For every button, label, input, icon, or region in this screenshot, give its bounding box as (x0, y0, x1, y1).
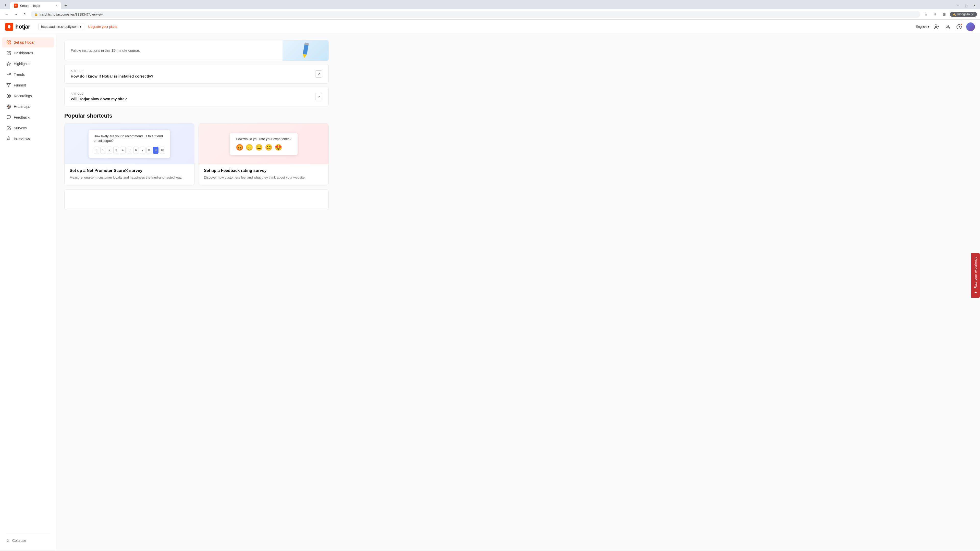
sidebar-item-dashboards[interactable]: Dashboards (2, 48, 54, 58)
nps-8[interactable]: 8 (146, 147, 152, 154)
forward-button[interactable]: → (12, 11, 19, 18)
trends-icon (6, 72, 11, 77)
nps-shortcut-card[interactable]: How likely are you to recommend us to a … (64, 123, 194, 186)
sidebar-label-interviews: Interviews (14, 137, 30, 141)
window-maximize[interactable]: □ (963, 2, 970, 9)
nps-5[interactable]: 5 (127, 147, 132, 154)
top-intro-card: Follow instructions in this 15-minute co… (64, 40, 329, 61)
browser-tab-bar: ⋮ H Setup - Hotjar × + − □ × (0, 0, 980, 9)
rate-experience-tab[interactable]: ❤ Rate your experience (971, 253, 980, 298)
site-dropdown-icon: ▾ (80, 25, 81, 29)
nps-2[interactable]: 2 (107, 147, 113, 154)
main-layout: Set up Hotjar Dashboards Highlights (0, 34, 980, 550)
incognito-label: Incognito (2) (957, 13, 974, 16)
nps-10[interactable]: 10 (159, 147, 165, 154)
emoji-happy[interactable]: 😊 (265, 144, 272, 151)
sidebar-item-recordings[interactable]: Recordings (2, 91, 54, 101)
logo-icon (5, 23, 13, 31)
emoji-neutral[interactable]: 😐 (255, 144, 263, 151)
svg-rect-6 (7, 41, 8, 42)
refresh-button[interactable]: ↻ (21, 11, 29, 18)
nps-6[interactable]: 6 (133, 147, 139, 154)
language-selector[interactable]: English ▾ (916, 25, 929, 29)
download-button[interactable]: ⬇ (932, 11, 939, 18)
sidebar-label-surveys: Surveys (14, 126, 27, 130)
article-1-label: Article (71, 69, 153, 73)
sidebar-label-setup: Set up Hotjar (14, 40, 35, 44)
recordings-icon (6, 94, 11, 98)
new-tab-button[interactable]: + (62, 2, 69, 9)
browser-tab-active[interactable]: H Setup - Hotjar × (10, 2, 61, 9)
funnels-icon (6, 83, 11, 88)
sidebar-label-feedback: Feedback (14, 115, 29, 119)
sidebar-label-dashboards: Dashboards (14, 51, 33, 55)
emoji-scale: 😡 😞 😐 😊 😍 (236, 144, 291, 151)
sidebar-bottom: Collapse (0, 530, 56, 547)
help-button[interactable] (955, 23, 963, 31)
nps-0[interactable]: 0 (94, 147, 99, 154)
feedback-preview: How would you rate your experience? 😡 😞 … (199, 124, 328, 164)
collapse-button[interactable]: Collapse (2, 536, 54, 545)
sidebar-label-trends: Trends (14, 73, 25, 76)
svg-rect-13 (7, 54, 8, 55)
svg-marker-14 (7, 62, 11, 65)
upgrade-link[interactable]: Upgrade your plans (88, 25, 117, 29)
svg-point-5 (959, 28, 959, 28)
article-2-info: Article Will Hotjar slow down my site? (71, 92, 127, 101)
site-selector[interactable]: https://admin.shopify.com ▾ (38, 23, 84, 30)
feedback-card-content: Set up a Feedback rating survey Discover… (199, 164, 328, 185)
bottom-shortcut-card[interactable] (64, 189, 329, 210)
article-card-1[interactable]: Article How do I know if Hotjar is insta… (64, 64, 329, 84)
back-button[interactable]: ← (3, 11, 10, 18)
svg-point-3 (947, 25, 948, 27)
article-1-link-icon[interactable]: ↗ (315, 70, 322, 78)
sidebar-item-interviews[interactable]: Interviews (2, 134, 54, 144)
user-avatar[interactable] (966, 22, 975, 31)
emoji-love[interactable]: 😍 (275, 144, 282, 151)
sidebar-item-trends[interactable]: Trends (2, 69, 54, 79)
nps-1[interactable]: 1 (100, 147, 106, 154)
sidebar-item-highlights[interactable]: Highlights (2, 59, 54, 69)
article-card-2[interactable]: Article Will Hotjar slow down my site? ↗ (64, 87, 329, 106)
rate-tab-label: Rate your experience (974, 257, 977, 289)
language-dropdown-icon: ▾ (928, 25, 929, 29)
article-2-link-icon[interactable]: ↗ (315, 93, 322, 100)
sidebar-item-feedback[interactable]: Feedback (2, 112, 54, 122)
hotjar-logo: hotjar (5, 23, 30, 31)
nps-3[interactable]: 3 (113, 147, 119, 154)
svg-point-4 (957, 24, 961, 29)
sidebar-item-funnels[interactable]: Funnels (2, 80, 54, 90)
nps-7[interactable]: 7 (140, 147, 145, 154)
svg-point-0 (935, 24, 937, 26)
highlights-icon (6, 61, 11, 66)
heatmaps-icon (6, 104, 11, 109)
sidebar-item-setup[interactable]: Set up Hotjar (2, 37, 54, 48)
svg-rect-8 (7, 43, 8, 44)
feedback-card-desc: Discover how customers feel and what the… (204, 175, 323, 180)
sidebar-item-heatmaps[interactable]: Heatmaps (2, 102, 54, 112)
address-bar[interactable]: 🔒 insights.hotjar.com/sites/3818347/over… (30, 11, 920, 18)
feedback-rating-card[interactable]: How would you rate your experience? 😡 😞 … (199, 123, 329, 186)
emoji-sad[interactable]: 😞 (245, 144, 253, 151)
emoji-angry[interactable]: 😡 (236, 144, 243, 151)
nps-4[interactable]: 4 (120, 147, 126, 154)
bookmark-button[interactable]: ☆ (922, 11, 929, 18)
nav-actions: ☆ ⬇ ⊞ 🕵 Incognito (2) (922, 11, 977, 18)
browser-chrome: ⋮ H Setup - Hotjar × + − □ × ← → ↻ 🔒 ins… (0, 0, 980, 20)
extensions-button[interactable]: ⊞ (941, 11, 948, 18)
window-minimize[interactable]: − (955, 2, 962, 9)
setup-icon (6, 40, 11, 45)
content-area: Follow instructions in this 15-minute co… (56, 34, 980, 550)
sidebar-item-surveys[interactable]: Surveys (2, 123, 54, 133)
user-profile-button[interactable] (944, 23, 952, 31)
rate-experience-container: ❤ Rate your experience (971, 253, 980, 298)
nps-9[interactable]: 9 (153, 147, 159, 154)
tab-close-button[interactable]: × (56, 4, 58, 7)
window-close[interactable]: × (971, 2, 978, 9)
browser-tab-area-controls[interactable]: ⋮ (2, 2, 9, 9)
invite-users-button[interactable] (932, 23, 941, 31)
article-2-label: Article (71, 92, 127, 95)
nps-preview: How likely are you to recommend us to a … (65, 124, 194, 164)
article-2-title: Will Hotjar slow down my site? (71, 97, 127, 101)
app-container: hotjar https://admin.shopify.com ▾ Upgra… (0, 20, 980, 550)
